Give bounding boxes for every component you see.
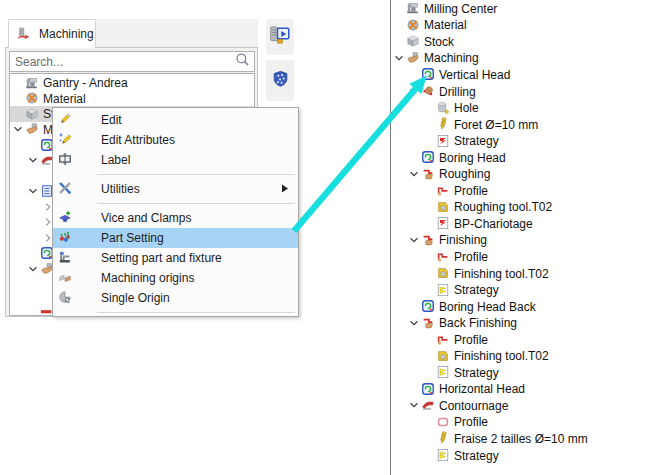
- operations-tree: Milling CenterMaterialStockMachiningVert…: [391, 0, 657, 475]
- tree-item-stock[interactable]: Stock: [391, 33, 657, 50]
- search-box: [9, 51, 255, 72]
- chevron-open-icon[interactable]: [26, 184, 40, 198]
- tree-item-profile[interactable]: Profile: [391, 331, 657, 348]
- menu-item-edit-attributes[interactable]: Edit Attributes: [53, 130, 298, 150]
- drilling-icon: [421, 84, 435, 98]
- tree-item-back-finishing[interactable]: Back Finishing: [391, 314, 657, 331]
- profile-red-icon: [436, 249, 450, 263]
- tab-machining[interactable]: Machining: [8, 19, 96, 48]
- tree-item-vertical-head[interactable]: Vertical Head: [391, 66, 657, 83]
- simulation-icon: [270, 24, 290, 50]
- drill-bit-icon: [436, 431, 450, 445]
- menu-item-label: Machining origins: [101, 271, 194, 285]
- chevron-open-icon[interactable]: [407, 167, 421, 181]
- tree-item-profile[interactable]: Profile: [391, 414, 657, 431]
- tab-label: Machining: [39, 27, 94, 41]
- simulation-button[interactable]: [266, 19, 294, 55]
- chevron-spacer: [422, 448, 436, 462]
- tree-item-label: BP-Chariotage: [454, 216, 533, 231]
- tree-item-label: Strategy: [454, 365, 499, 380]
- chevron-spacer: [422, 101, 436, 115]
- tree-item-fraise-2-tailles-10-mm[interactable]: Fraise 2 tailles Ø=10 mm: [391, 430, 657, 447]
- edit-icon: [58, 112, 74, 128]
- chevron-open-icon[interactable]: [407, 84, 421, 98]
- chevron-open-icon[interactable]: [26, 153, 40, 167]
- machining-icon: [25, 122, 39, 136]
- tree-item-gantry-andrea[interactable]: Gantry - Andrea: [10, 75, 254, 91]
- magnifier-icon[interactable]: [235, 52, 250, 71]
- menu-item-setting-part-and-fixture[interactable]: Setting part and fixture: [53, 248, 298, 268]
- chevron-open-icon[interactable]: [11, 122, 25, 136]
- tree-item-finishing[interactable]: Finishing: [391, 232, 657, 249]
- tree-item-strategy[interactable]: Strategy: [391, 281, 657, 298]
- tree-item-horizontal-head[interactable]: Horizontal Head: [391, 381, 657, 398]
- chevron-open-icon[interactable]: [407, 316, 421, 330]
- chevron-spacer: [422, 365, 436, 379]
- tree-item-label: Profile: [454, 249, 488, 264]
- edit-attributes-icon: [58, 132, 74, 148]
- tool-icon: [436, 266, 450, 280]
- tree-item-label: Profile: [454, 183, 488, 198]
- tree-item-roughing-tool-t02[interactable]: Roughing tool.T02: [391, 199, 657, 216]
- tree-item-label: Horizontal Head: [439, 381, 525, 396]
- tree-item-contournage[interactable]: Contournage: [391, 397, 657, 414]
- menu-item-vice-and-clamps[interactable]: Vice and Clamps: [53, 208, 298, 228]
- menu-item-part-setting[interactable]: Part Setting: [53, 228, 298, 248]
- stock-icon: [406, 34, 420, 48]
- menu-item-machining-origins[interactable]: Machining origins: [53, 268, 298, 288]
- tree-item-label: Hole: [454, 100, 479, 115]
- tree-item-label: Gantry - Andrea: [43, 75, 128, 90]
- chevron-open-icon[interactable]: [407, 233, 421, 247]
- label-icon: [58, 152, 74, 168]
- tree-item-hole[interactable]: Hole: [391, 99, 657, 116]
- chevron-open-icon[interactable]: [26, 262, 40, 276]
- tree-item-label: Finishing tool.T02: [454, 266, 549, 281]
- tree-item-boring-head[interactable]: Boring Head: [391, 149, 657, 166]
- tree-item-label: Milling Center: [424, 1, 497, 16]
- tree-item-strategy[interactable]: Strategy: [391, 132, 657, 149]
- tree-item-milling-center[interactable]: Milling Center: [391, 0, 657, 17]
- tree-item-finishing-tool-t02[interactable]: Finishing tool.T02: [391, 265, 657, 282]
- tree-item-finishing-tool-t02[interactable]: Finishing tool.T02: [391, 347, 657, 364]
- tree-item-foret-10-mm[interactable]: Foret Ø=10 mm: [391, 116, 657, 133]
- shield-button[interactable]: [266, 60, 294, 101]
- milling-center-icon: [406, 1, 420, 15]
- menu-item-utilities[interactable]: Utilities: [53, 179, 298, 199]
- tree-item-label: Boring Head: [439, 150, 506, 165]
- tree-item-boring-head-back[interactable]: Boring Head Back: [391, 298, 657, 315]
- tree-item-profile[interactable]: Profile: [391, 248, 657, 265]
- tree-item-label: Contournage: [439, 398, 508, 413]
- part-setting-icon: [58, 230, 74, 246]
- tree-item-strategy[interactable]: Strategy: [391, 364, 657, 381]
- tree-item-roughing[interactable]: Roughing: [391, 165, 657, 182]
- menu-item-label: Setting part and fixture: [101, 251, 222, 265]
- tree-item-material[interactable]: Material: [391, 17, 657, 34]
- tree-item-bp-chariotage[interactable]: BP-Chariotage: [391, 215, 657, 232]
- chevron-spacer: [392, 1, 406, 15]
- chevron-spacer: [26, 308, 40, 316]
- chevron-spacer: [422, 332, 436, 346]
- milling-center-icon: [25, 76, 39, 90]
- material-icon: [25, 91, 39, 105]
- tree-item-machining[interactable]: Machining: [391, 50, 657, 67]
- tree-item-profile[interactable]: Profile: [391, 182, 657, 199]
- tree-item-material[interactable]: Material: [10, 91, 254, 107]
- strategy-red-icon: [436, 216, 450, 230]
- tree-item-drilling[interactable]: Drilling: [391, 83, 657, 100]
- menu-item-label: Edit: [101, 113, 122, 127]
- tree-item-label: Vertical Head: [439, 67, 510, 82]
- menu-item-single-origin[interactable]: Single Origin: [53, 288, 298, 308]
- tree-item-label: Boring Head Back: [439, 299, 536, 314]
- menu-item-edit[interactable]: Edit: [53, 110, 298, 130]
- head-icon: [421, 299, 435, 313]
- chevron-spacer: [11, 107, 25, 121]
- chevron-open-icon[interactable]: [407, 398, 421, 412]
- search-input[interactable]: [10, 55, 235, 69]
- operation-icon: [421, 167, 435, 181]
- chevron-spacer: [26, 277, 40, 291]
- profile-pink-icon: [436, 415, 450, 429]
- menu-item-label[interactable]: Label: [53, 150, 298, 170]
- tree-item-strategy[interactable]: Strategy: [391, 447, 657, 464]
- chevron-open-icon[interactable]: [392, 51, 406, 65]
- profile-red-icon: [436, 332, 450, 346]
